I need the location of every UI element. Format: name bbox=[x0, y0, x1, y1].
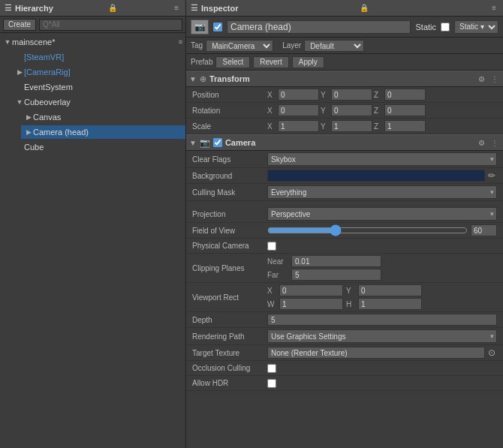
hierarchy-menu-button[interactable]: ≡ bbox=[172, 3, 181, 13]
physical-camera-row: Physical Camera bbox=[186, 239, 503, 254]
camera-component-header: ▼ 📷 Camera ⚙ ⋮ bbox=[186, 134, 503, 151]
tree-label-cube: Cube bbox=[24, 143, 44, 152]
toggle-icon: ▶ bbox=[15, 68, 24, 76]
scale-row: Scale X Y Z bbox=[186, 119, 503, 134]
tree-label-mainscene: mainscene* bbox=[12, 38, 55, 47]
rot-y-input[interactable] bbox=[331, 104, 372, 116]
pos-y-label: Y bbox=[321, 91, 330, 99]
occlusion-culling-checkbox[interactable] bbox=[267, 364, 276, 373]
scale-value: X Y Z bbox=[267, 120, 497, 132]
tree-label-steamvr: [SteamVR] bbox=[24, 53, 64, 62]
tree-row-cubeoverlay[interactable]: ▼ Cubeoverlay bbox=[12, 95, 185, 109]
rot-x-input[interactable] bbox=[278, 104, 319, 116]
far-input[interactable] bbox=[291, 269, 381, 281]
tree-row-cube[interactable]: Cube bbox=[12, 140, 185, 154]
allow-hdr-checkbox[interactable] bbox=[267, 379, 276, 388]
camera-settings-icon[interactable]: ⚙ bbox=[477, 138, 486, 148]
tree-label-canvas: Canvas bbox=[33, 113, 61, 122]
rotation-value: X Y Z bbox=[267, 104, 497, 116]
tree-row-camerarig[interactable]: ▶ [CameraRig] bbox=[12, 65, 185, 79]
pos-y-input[interactable] bbox=[331, 89, 372, 101]
background-value: ✏ bbox=[267, 170, 497, 182]
clear-flags-dropdown[interactable]: Skybox bbox=[267, 152, 497, 166]
vr-x-input[interactable] bbox=[279, 284, 343, 296]
vr-y-input[interactable] bbox=[358, 284, 422, 296]
scale-y-label: Y bbox=[321, 122, 330, 131]
inspector-menu-button[interactable]: ≡ bbox=[489, 3, 498, 13]
rendering-path-row: Rendering Path Use Graphics Settings bbox=[186, 328, 503, 345]
projection-dropdown-wrapper: Perspective bbox=[267, 207, 497, 221]
near-label: Near bbox=[267, 257, 288, 266]
position-xyz: X Y Z bbox=[267, 89, 426, 101]
tag-layer-row: Tag MainCamera Layer Default bbox=[186, 38, 503, 54]
tree-row-eventsystem[interactable]: EventSystem bbox=[12, 80, 185, 94]
background-edit-icon[interactable]: ✏ bbox=[486, 170, 497, 181]
target-texture-input[interactable] bbox=[267, 347, 485, 359]
static-dropdown[interactable]: Static ▾ bbox=[454, 20, 498, 34]
hierarchy-lock-button[interactable]: 🔒 bbox=[106, 3, 119, 13]
prefab-row: Prefab Select Revert Apply bbox=[186, 54, 503, 71]
vr-y-label: Y bbox=[346, 287, 355, 295]
create-button[interactable]: Create bbox=[3, 19, 36, 31]
rot-z-input[interactable] bbox=[384, 104, 426, 116]
vr-h-label: H bbox=[346, 300, 355, 308]
revert-button[interactable]: Revert bbox=[253, 56, 288, 68]
hierarchy-icon: ☰ bbox=[5, 3, 12, 13]
search-input[interactable] bbox=[39, 19, 182, 31]
fov-value bbox=[267, 224, 497, 236]
toggle-icon: ▼ bbox=[15, 98, 24, 106]
background-color-swatch[interactable] bbox=[267, 170, 485, 182]
background-label: Background bbox=[192, 172, 267, 180]
static-checkbox[interactable] bbox=[441, 23, 450, 32]
physical-camera-checkbox[interactable] bbox=[267, 242, 276, 251]
position-value: X Y Z bbox=[267, 89, 497, 101]
rendering-path-dropdown[interactable]: Use Graphics Settings bbox=[267, 329, 497, 343]
clipping-planes-label: Clipping Planes bbox=[192, 264, 267, 272]
near-input[interactable] bbox=[291, 255, 381, 267]
scale-x-input[interactable] bbox=[278, 120, 319, 132]
culling-mask-dropdown[interactable]: Everything bbox=[267, 185, 497, 199]
tree-label-camerarig: [CameraRig] bbox=[24, 68, 71, 77]
scale-y-input[interactable] bbox=[331, 120, 372, 132]
scale-z-input[interactable] bbox=[384, 120, 426, 132]
projection-dropdown[interactable]: Perspective bbox=[267, 207, 497, 221]
tag-dropdown[interactable]: MainCamera bbox=[206, 40, 273, 52]
tree-row-camera-head[interactable]: ▶ Camera (head) bbox=[21, 125, 185, 139]
list-item: ▶ Camera (head) bbox=[0, 125, 185, 140]
rot-x-label: X bbox=[267, 107, 276, 115]
pos-x-input[interactable] bbox=[278, 89, 319, 101]
fov-value-input[interactable] bbox=[471, 224, 497, 236]
rotation-row: Rotation X Y Z bbox=[186, 103, 503, 119]
clear-flags-row: Clear Flags Skybox bbox=[186, 151, 503, 168]
inspector-lock-button[interactable]: 🔒 bbox=[357, 3, 371, 13]
object-enabled-checkbox[interactable] bbox=[213, 23, 222, 32]
scale-x-label: X bbox=[267, 122, 276, 131]
scene-options-icon: ≡ bbox=[179, 38, 182, 46]
camera-enabled-checkbox[interactable] bbox=[213, 138, 222, 147]
depth-value bbox=[267, 314, 497, 326]
prefab-label: Prefab bbox=[191, 58, 212, 66]
none-texture-wrapper: ⊙ bbox=[267, 347, 497, 359]
tree-row-canvas[interactable]: ▶ Canvas bbox=[21, 110, 185, 124]
vr-x-label: X bbox=[267, 287, 276, 295]
vr-h-input[interactable] bbox=[358, 298, 422, 310]
select-button[interactable]: Select bbox=[215, 56, 250, 68]
layer-dropdown[interactable]: Default bbox=[304, 40, 364, 52]
fov-slider[interactable] bbox=[267, 225, 468, 236]
transform-settings-icon[interactable]: ⚙ bbox=[477, 74, 486, 84]
object-row: 📷 Static Static ▾ bbox=[186, 17, 503, 38]
inspector-header: ☰ Inspector 🔒 ≡ bbox=[186, 0, 503, 17]
background-row: Background ✏ bbox=[186, 168, 503, 184]
tree-row-steamvr[interactable]: [SteamVR] bbox=[12, 50, 185, 64]
transform-extra-icon[interactable]: ⋮ bbox=[489, 74, 500, 84]
pos-z-input[interactable] bbox=[384, 89, 426, 101]
vr-w-input[interactable] bbox=[279, 298, 343, 310]
depth-input[interactable] bbox=[267, 314, 497, 326]
target-texture-pick-icon[interactable]: ⊙ bbox=[486, 347, 497, 358]
physical-camera-label: Physical Camera bbox=[192, 242, 267, 250]
tree-row-mainscene[interactable]: ▼ mainscene* ≡ bbox=[0, 35, 185, 49]
object-name-input[interactable] bbox=[227, 20, 411, 34]
viewport-rect-row: Viewport Rect X Y W H bbox=[186, 283, 503, 312]
camera-extra-icon[interactable]: ⋮ bbox=[489, 138, 500, 148]
apply-button[interactable]: Apply bbox=[292, 56, 324, 68]
